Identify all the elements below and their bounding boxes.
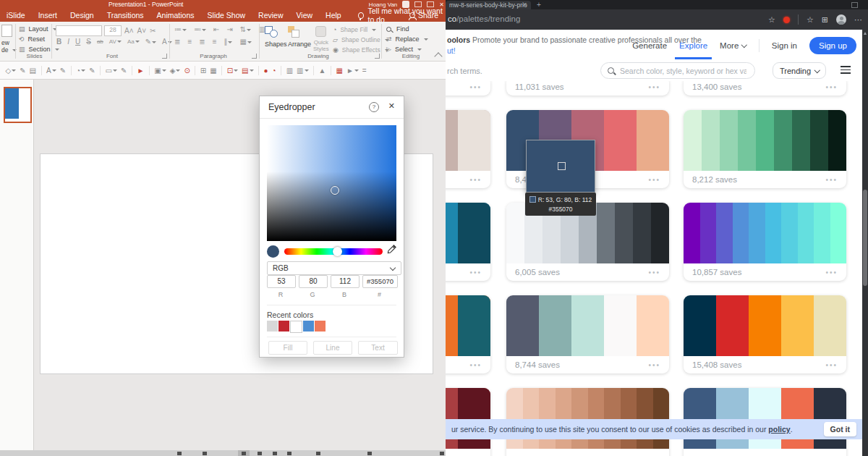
slide-thumbnail-panel[interactable]: [0, 80, 34, 450]
palette-stripe[interactable]: [720, 110, 738, 171]
card-menu-icon[interactable]: •••: [469, 176, 482, 184]
palette-stripe[interactable]: [539, 295, 571, 356]
select-button[interactable]: ▷Select: [386, 46, 422, 53]
hex-input[interactable]: #355070: [362, 275, 398, 288]
palette-stripe[interactable]: [684, 388, 716, 449]
quick-styles-button[interactable]: Quick Styles: [313, 26, 329, 52]
nav-more[interactable]: More: [720, 41, 746, 50]
shape-fill-button[interactable]: ◔Shape Fill: [333, 26, 376, 33]
palette-stripe[interactable]: [523, 388, 540, 449]
palette-stripe[interactable]: [749, 203, 765, 263]
shapes-button[interactable]: Shapes: [265, 26, 287, 48]
palette-card[interactable]: 8,212 saves•••: [684, 110, 846, 188]
palette-card[interactable]: 15,408 saves•••: [684, 295, 846, 373]
fill-button[interactable]: Fill: [268, 341, 307, 355]
palette-stripe[interactable]: [814, 203, 830, 263]
palette-stripe[interactable]: [702, 110, 720, 171]
hue-slider[interactable]: [284, 248, 383, 255]
palette-stripe[interactable]: [458, 388, 490, 449]
saturation-brightness-picker[interactable]: [267, 125, 396, 241]
hue-slider-thumb[interactable]: [333, 247, 342, 256]
card-menu-icon[interactable]: •••: [648, 176, 660, 184]
islide-toolbar-icon[interactable]: ►: [346, 67, 359, 75]
nav-explore[interactable]: Explore: [679, 41, 707, 50]
palette-card[interactable]: 8,744 saves•••: [506, 295, 669, 373]
islide-toolbar-icon[interactable]: ▤: [30, 67, 36, 75]
palette-stripe[interactable]: [684, 295, 716, 356]
palette-stripe[interactable]: [571, 295, 604, 356]
numbering-icon[interactable]: ≕: [193, 25, 207, 33]
palette-stripe[interactable]: [738, 110, 756, 171]
islide-toolbar-icon[interactable]: ◇: [6, 67, 17, 75]
replace-button[interactable]: ⇄Replace: [386, 35, 428, 43]
clear-formatting-icon[interactable]: ✂: [149, 27, 156, 35]
bullets-icon[interactable]: ≔: [174, 25, 187, 33]
palette-stripe[interactable]: [700, 203, 717, 263]
card-menu-icon[interactable]: •••: [648, 361, 660, 369]
palette-stripe[interactable]: [539, 388, 556, 449]
palette-stripe[interactable]: [684, 110, 702, 171]
recent-color-swatch[interactable]: [267, 321, 278, 332]
card-menu-icon[interactable]: •••: [648, 454, 660, 456]
palette-stripe[interactable]: [633, 203, 651, 263]
palette-stripe[interactable]: [604, 110, 637, 171]
palette-stripe[interactable]: [830, 203, 847, 263]
palette-stripe[interactable]: [506, 388, 523, 449]
card-menu-icon[interactable]: •••: [469, 454, 482, 456]
tab-help[interactable]: Help: [319, 11, 348, 20]
islide-toolbar-icon[interactable]: ●: [264, 67, 268, 75]
islide-toolbar-icon[interactable]: ▭: [106, 67, 117, 75]
taskbar-icon[interactable]: [287, 452, 292, 455]
policy-link[interactable]: policy: [768, 425, 790, 434]
islide-toolbar-icon[interactable]: ▲: [319, 67, 326, 75]
sign-up-button[interactable]: Sign up: [809, 37, 856, 54]
sign-in-link[interactable]: Sign in: [772, 41, 797, 50]
font-name-combo[interactable]: [56, 25, 102, 36]
taskbar-icon[interactable]: [273, 452, 277, 455]
sort-dropdown[interactable]: Trending: [773, 62, 826, 79]
scrollbar-thumb[interactable]: [863, 190, 867, 286]
italic-icon[interactable]: I: [67, 38, 70, 46]
close-icon[interactable]: ✕: [388, 101, 395, 111]
palette-stripe[interactable]: [621, 388, 637, 449]
align-right-icon[interactable]: ≣: [198, 38, 205, 46]
palette-stripe[interactable]: [765, 203, 782, 263]
islide-toolbar-icon[interactable]: A: [46, 67, 56, 75]
got-it-button[interactable]: Got it: [824, 422, 856, 436]
palette-stripe[interactable]: [615, 203, 633, 263]
nav-generate[interactable]: Generate: [632, 41, 667, 50]
palette-stripe[interactable]: [684, 203, 700, 263]
change-case-icon[interactable]: Aa: [127, 38, 140, 45]
islide-toolbar-icon[interactable]: ▥: [297, 67, 308, 75]
taskbar[interactable]: [0, 450, 446, 456]
align-center-icon[interactable]: ≡: [187, 38, 192, 46]
eyedropper-tool-icon[interactable]: [387, 244, 397, 254]
card-menu-icon[interactable]: •••: [825, 361, 838, 369]
palette-stripe[interactable]: [637, 295, 669, 356]
palette-stripe[interactable]: [506, 295, 539, 356]
palette-stripe[interactable]: [597, 203, 615, 263]
islide-toolbar-icon[interactable]: ✎: [20, 67, 25, 75]
palette-stripe[interactable]: [458, 203, 490, 263]
palette-stripe[interactable]: [716, 203, 733, 263]
palette-stripe[interactable]: [774, 110, 792, 171]
font-color-icon[interactable]: A: [161, 38, 173, 46]
islide-toolbar-icon[interactable]: ▣: [154, 67, 166, 75]
palette-stripe[interactable]: [458, 110, 490, 171]
islide-toolbar-icon[interactable]: ▦: [336, 67, 342, 75]
section-button[interactable]: ▥Section: [19, 46, 59, 53]
tab-view[interactable]: View: [290, 11, 320, 20]
islide-toolbar-icon[interactable]: ◔: [76, 67, 85, 75]
slide-thumbnail-1[interactable]: [4, 87, 32, 123]
card-menu-icon[interactable]: •••: [825, 454, 838, 456]
palette-stripe[interactable]: [556, 388, 572, 449]
align-left-icon[interactable]: ≣: [174, 38, 181, 46]
taskbar-icon[interactable]: [316, 452, 320, 455]
palette-stripe[interactable]: [733, 203, 749, 263]
blue-input[interactable]: 112: [331, 275, 359, 288]
islide-toolbar-icon[interactable]: ◔: [272, 67, 276, 75]
eyedropper-dialog-header[interactable]: Eyedropper ? ✕: [260, 96, 404, 119]
highlight-icon[interactable]: ✎: [145, 38, 157, 46]
card-menu-icon[interactable]: •••: [825, 176, 838, 184]
card-menu-icon[interactable]: •••: [825, 83, 838, 91]
